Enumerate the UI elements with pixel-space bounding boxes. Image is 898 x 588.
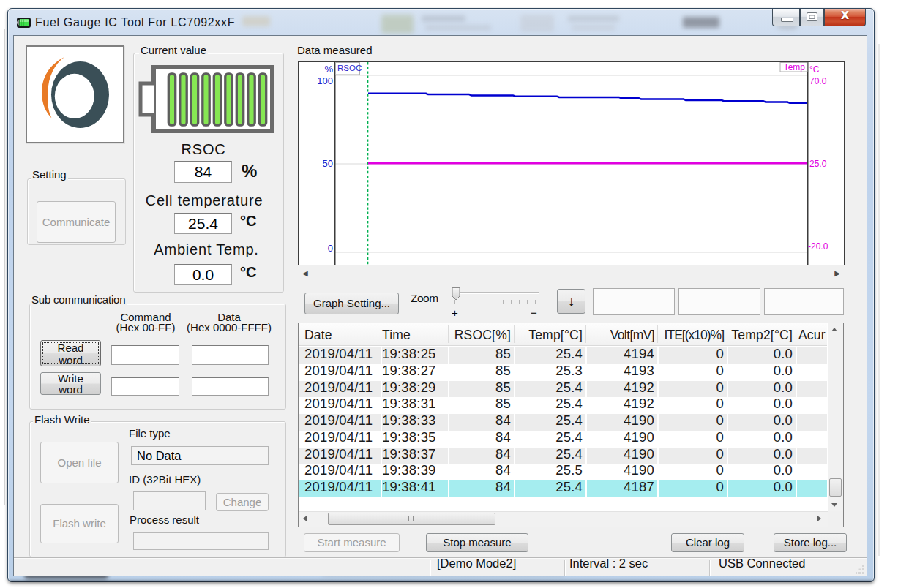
svg-text:RSOC: RSOC: [337, 64, 362, 72]
svg-text:25.0: 25.0: [809, 159, 827, 169]
svg-text:%: %: [324, 64, 333, 75]
svg-text:70.0: 70.0: [809, 76, 827, 86]
svg-text:Temp: Temp: [784, 62, 806, 72]
svg-text:°C: °C: [809, 64, 820, 75]
svg-text:50: 50: [323, 158, 333, 169]
svg-text:-20.0: -20.0: [808, 241, 828, 252]
svg-text:0: 0: [328, 243, 333, 254]
svg-text:100: 100: [317, 75, 333, 86]
